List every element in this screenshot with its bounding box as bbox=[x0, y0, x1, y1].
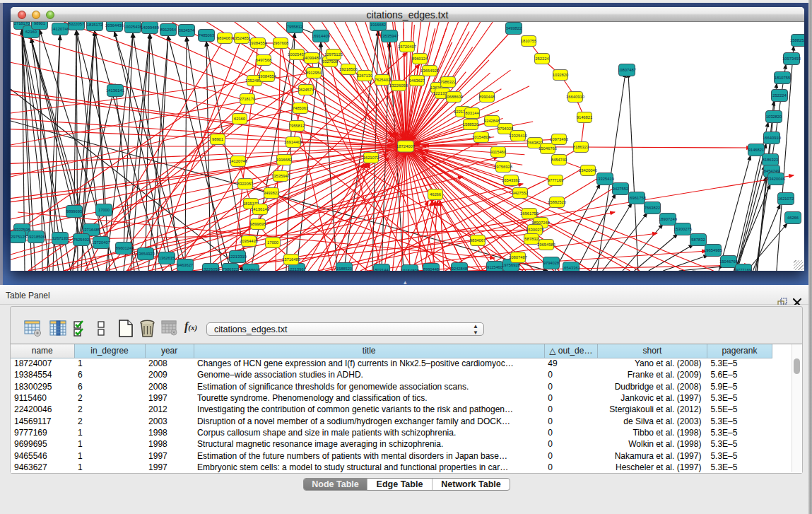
svg-text:12975125: 12975125 bbox=[11, 235, 27, 239]
svg-text:1362615: 1362615 bbox=[159, 256, 175, 260]
svg-text:15882520: 15882520 bbox=[548, 200, 566, 204]
svg-text:23420046: 23420046 bbox=[767, 177, 785, 181]
svg-text:7955812: 7955812 bbox=[289, 124, 305, 128]
svg-text:16961758: 16961758 bbox=[628, 196, 646, 200]
svg-text:252224: 252224 bbox=[772, 93, 787, 98]
svg-text:2718170: 2718170 bbox=[14, 22, 30, 25]
svg-text:9427552: 9427552 bbox=[512, 191, 529, 195]
svg-text:13535947: 13535947 bbox=[380, 34, 399, 38]
svg-text:9777169: 9777169 bbox=[736, 268, 752, 271]
svg-text:46266: 46266 bbox=[787, 216, 799, 220]
svg-text:8322057: 8322057 bbox=[69, 22, 85, 26]
svg-text:8186323: 8186323 bbox=[763, 158, 779, 162]
svg-text:13535947: 13535947 bbox=[271, 174, 290, 178]
svg-text:3267130: 3267130 bbox=[52, 236, 69, 240]
svg-text:1815172: 1815172 bbox=[87, 23, 103, 27]
svg-text:3493822: 3493822 bbox=[506, 26, 522, 30]
svg-text:2967608: 2967608 bbox=[273, 41, 289, 45]
svg-text:14136141: 14136141 bbox=[251, 207, 269, 211]
svg-text:9146821: 9146821 bbox=[748, 148, 765, 152]
svg-text:8990448: 8990448 bbox=[479, 95, 495, 99]
svg-text:7663822: 7663822 bbox=[645, 206, 661, 210]
svg-text:2718170: 2718170 bbox=[240, 97, 256, 101]
svg-text:16543362: 16543362 bbox=[562, 266, 580, 270]
svg-text:19218506: 19218506 bbox=[27, 235, 45, 239]
svg-text:12213319: 12213319 bbox=[228, 255, 247, 259]
svg-text:14120746: 14120746 bbox=[229, 159, 247, 163]
svg-text:9834067: 9834067 bbox=[217, 36, 233, 40]
svg-text:15300275: 15300275 bbox=[673, 227, 692, 231]
svg-text:8990448: 8990448 bbox=[423, 267, 440, 271]
svg-text:13716485: 13716485 bbox=[282, 257, 300, 262]
svg-text:9794028: 9794028 bbox=[498, 127, 514, 131]
svg-text:1588520: 1588520 bbox=[336, 267, 353, 271]
svg-text:1810755: 1810755 bbox=[521, 39, 537, 43]
svg-text:14136141: 14136141 bbox=[106, 88, 124, 93]
svg-text:19756928: 19756928 bbox=[494, 165, 512, 169]
svg-text:13654923: 13654923 bbox=[136, 252, 155, 256]
svg-text:10154808: 10154808 bbox=[401, 269, 419, 271]
svg-text:9115460: 9115460 bbox=[490, 150, 506, 154]
svg-text:7986322: 7986322 bbox=[223, 267, 239, 271]
svg-text:16543362: 16543362 bbox=[502, 178, 520, 182]
svg-text:587832: 587832 bbox=[524, 237, 538, 241]
svg-text:23420046: 23420046 bbox=[579, 168, 597, 173]
svg-text:8454749: 8454749 bbox=[551, 158, 567, 162]
svg-text:19384554: 19384554 bbox=[249, 41, 268, 45]
svg-text:3624574: 3624574 bbox=[298, 88, 314, 92]
svg-text:3493822: 3493822 bbox=[264, 191, 280, 195]
svg-text:13524851: 13524851 bbox=[233, 36, 251, 40]
svg-text:9794028: 9794028 bbox=[543, 261, 560, 265]
svg-text:14099489: 14099489 bbox=[302, 56, 321, 60]
svg-text:16640910: 16640910 bbox=[566, 95, 584, 99]
svg-text:13226058: 13226058 bbox=[389, 83, 408, 88]
svg-text:7986322: 7986322 bbox=[440, 80, 457, 84]
svg-text:1032820: 1032820 bbox=[553, 73, 569, 77]
svg-text:8912954: 8912954 bbox=[306, 71, 322, 75]
svg-text:15046766: 15046766 bbox=[719, 259, 738, 264]
svg-text:15720407: 15720407 bbox=[92, 240, 110, 245]
svg-text:12213967: 12213967 bbox=[288, 267, 306, 271]
svg-text:19218506: 19218506 bbox=[339, 67, 358, 71]
svg-text:14099489: 14099489 bbox=[141, 25, 159, 30]
svg-text:10973493: 10973493 bbox=[782, 57, 801, 61]
svg-text:15720407: 15720407 bbox=[398, 45, 416, 49]
svg-text:9899695: 9899695 bbox=[66, 209, 83, 214]
svg-text:15882520: 15882520 bbox=[790, 38, 804, 42]
svg-text:7955812: 7955812 bbox=[287, 25, 303, 29]
svg-text:17000: 17000 bbox=[98, 208, 110, 212]
svg-text:1621072: 1621072 bbox=[778, 197, 794, 201]
svg-text:10688609: 10688609 bbox=[242, 268, 260, 271]
svg-text:10807487: 10807487 bbox=[509, 255, 527, 259]
svg-text:16961758: 16961758 bbox=[520, 211, 539, 216]
svg-text:9777169: 9777169 bbox=[548, 178, 564, 182]
svg-text:8186323: 8186323 bbox=[573, 145, 589, 149]
svg-text:98901: 98901 bbox=[34, 22, 45, 25]
svg-text:9115460: 9115460 bbox=[487, 265, 502, 269]
svg-text:8322057: 8322057 bbox=[237, 182, 254, 186]
svg-text:62160: 62160 bbox=[25, 30, 37, 34]
svg-text:17000: 17000 bbox=[267, 240, 278, 245]
svg-text:1621072: 1621072 bbox=[363, 156, 379, 160]
svg-text:20364436: 20364436 bbox=[105, 23, 124, 28]
svg-text:18724007: 18724007 bbox=[396, 144, 415, 148]
svg-text:587832: 587832 bbox=[691, 238, 705, 242]
svg-text:16640910: 16640910 bbox=[763, 136, 781, 140]
svg-text:803144: 803144 bbox=[465, 111, 479, 115]
svg-text:1916682: 1916682 bbox=[276, 158, 293, 162]
svg-text:7485063: 7485063 bbox=[199, 33, 215, 37]
svg-text:9899695: 9899695 bbox=[250, 222, 266, 226]
svg-text:9834067: 9834067 bbox=[470, 238, 486, 243]
svg-text:14120746: 14120746 bbox=[51, 27, 69, 31]
svg-text:13716485: 13716485 bbox=[82, 228, 100, 232]
svg-text:13654923: 13654923 bbox=[420, 69, 439, 73]
svg-text:98901: 98901 bbox=[212, 137, 223, 141]
svg-text:62160: 62160 bbox=[234, 117, 245, 121]
svg-text:7625402: 7625402 bbox=[375, 78, 391, 82]
svg-text:1032820: 1032820 bbox=[766, 115, 782, 119]
svg-text:18907249: 18907249 bbox=[659, 217, 677, 221]
svg-text:8960124: 8960124 bbox=[412, 57, 428, 61]
svg-text:9463627: 9463627 bbox=[177, 263, 194, 267]
svg-text:15046766: 15046766 bbox=[539, 146, 557, 151]
svg-text:16914409: 16914409 bbox=[312, 34, 330, 38]
